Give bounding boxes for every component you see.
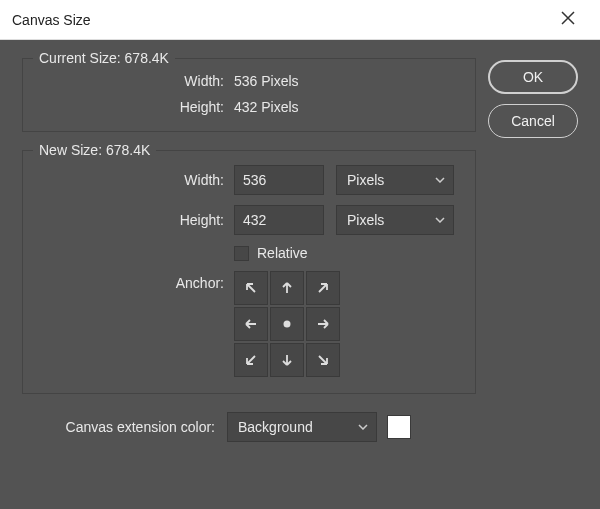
- relative-label: Relative: [257, 245, 308, 261]
- new-size-group: New Size: 678.4K Width: Pixels Height: P…: [22, 150, 476, 394]
- close-button[interactable]: [548, 0, 588, 40]
- anchor-e[interactable]: [306, 307, 340, 341]
- anchor-label: Anchor:: [39, 271, 234, 291]
- relative-row: Relative: [39, 245, 459, 261]
- new-width-label: Width:: [39, 172, 234, 188]
- svg-point-0: [284, 321, 291, 328]
- cancel-button[interactable]: Cancel: [488, 104, 578, 138]
- titlebar: Canvas Size: [0, 0, 600, 40]
- button-column: OK Cancel: [488, 58, 578, 491]
- current-height-value: 432 Pixels: [234, 99, 299, 115]
- current-size-group: Current Size: 678.4K Width: 536 Pixels H…: [22, 58, 476, 132]
- new-height-unit-value: Pixels: [347, 212, 384, 228]
- dialog-body: Current Size: 678.4K Width: 536 Pixels H…: [0, 40, 600, 509]
- chevron-down-icon: [435, 217, 445, 223]
- current-size-legend: Current Size: 678.4K: [33, 50, 175, 66]
- new-height-label: Height:: [39, 212, 234, 228]
- dialog-title: Canvas Size: [12, 12, 548, 28]
- current-width-label: Width:: [39, 73, 234, 89]
- anchor-sw[interactable]: [234, 343, 268, 377]
- current-height-label: Height:: [39, 99, 234, 115]
- anchor-nw[interactable]: [234, 271, 268, 305]
- new-height-unit-select[interactable]: Pixels: [336, 205, 454, 235]
- anchor-row: Anchor:: [39, 271, 459, 377]
- new-width-unit-value: Pixels: [347, 172, 384, 188]
- new-height-row: Height: Pixels: [39, 205, 459, 235]
- ok-button[interactable]: OK: [488, 60, 578, 94]
- main-column: Current Size: 678.4K Width: 536 Pixels H…: [22, 58, 488, 491]
- chevron-down-icon: [435, 177, 445, 183]
- anchor-ne[interactable]: [306, 271, 340, 305]
- current-width-value: 536 Pixels: [234, 73, 299, 89]
- anchor-se[interactable]: [306, 343, 340, 377]
- relative-checkbox[interactable]: [234, 246, 249, 261]
- chevron-down-icon: [358, 424, 368, 430]
- extension-color-value: Background: [238, 419, 313, 435]
- new-width-unit-select[interactable]: Pixels: [336, 165, 454, 195]
- extension-row: Canvas extension color: Background: [22, 412, 476, 442]
- new-width-row: Width: Pixels: [39, 165, 459, 195]
- new-size-legend: New Size: 678.4K: [33, 142, 156, 158]
- anchor-s[interactable]: [270, 343, 304, 377]
- anchor-center[interactable]: [270, 307, 304, 341]
- extension-color-select[interactable]: Background: [227, 412, 377, 442]
- close-icon: [561, 9, 575, 30]
- extension-label: Canvas extension color:: [22, 419, 227, 435]
- anchor-n[interactable]: [270, 271, 304, 305]
- anchor-grid: [234, 271, 340, 377]
- anchor-w[interactable]: [234, 307, 268, 341]
- current-width-row: Width: 536 Pixels: [39, 73, 459, 89]
- extension-color-swatch[interactable]: [387, 415, 411, 439]
- current-height-row: Height: 432 Pixels: [39, 99, 459, 115]
- new-height-input[interactable]: [234, 205, 324, 235]
- new-width-input[interactable]: [234, 165, 324, 195]
